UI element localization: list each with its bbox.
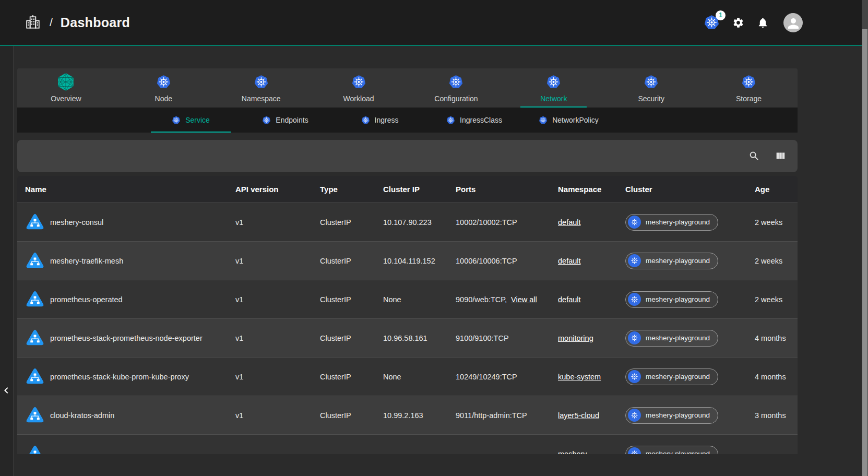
subtab-label: Service	[185, 116, 210, 124]
meshery-icon	[56, 73, 75, 91]
table-toolbar	[17, 140, 798, 172]
namespace-link[interactable]: default	[558, 218, 581, 227]
kubernetes-icon	[628, 293, 641, 306]
cell-cluster-ip: None	[383, 295, 456, 304]
table-row-meshery-consul[interactable]: meshery-consul v1 ClusterIP 10.107.90.22…	[17, 203, 798, 241]
cell-age: 2 weeks	[755, 218, 798, 227]
cluster-chip[interactable]: meshery-playground	[625, 330, 718, 347]
cell-namespace: default	[558, 218, 625, 227]
tab-label: Network	[540, 94, 567, 103]
cluster-chip[interactable]: meshery-playground	[625, 446, 718, 455]
service-name: prometheus-stack-kube-prom-kube-proxy	[50, 373, 189, 381]
cell-ports: 9100/9100:TCP	[456, 334, 558, 342]
subtab-service[interactable]: Service	[144, 108, 238, 133]
view-columns-button[interactable]	[775, 150, 786, 162]
service-name: meshery-consul	[50, 218, 103, 227]
namespace-link[interactable]: monitoring	[558, 334, 593, 342]
tab-network[interactable]: Network	[505, 68, 602, 108]
cell-cluster: meshery-playground	[625, 214, 755, 231]
subtab-label: Endpoints	[276, 116, 308, 124]
notifications-button[interactable]	[757, 17, 769, 29]
subtab-label: Ingress	[375, 116, 399, 124]
cell-ports: 10002/10002:TCP	[456, 218, 558, 227]
service-icon	[25, 212, 45, 232]
cell-type: ClusterIP	[320, 257, 383, 265]
cell-cluster: meshery-playground	[625, 446, 755, 455]
column-header-api-version: API version	[235, 185, 320, 194]
tab-label: Workload	[343, 94, 374, 103]
service-icon	[25, 444, 45, 455]
cell-type: ClusterIP	[320, 411, 383, 420]
tab-label: Overview	[51, 94, 81, 103]
cluster-chip[interactable]: meshery-playground	[625, 291, 718, 308]
subtab-label: IngressClass	[460, 116, 502, 124]
table-row-prometheus-stack-prometheus-node-exporter[interactable]: prometheus-stack-prometheus-node-exporte…	[17, 318, 798, 357]
kubernetes-icon	[628, 447, 641, 454]
column-header-ports: Ports	[456, 185, 558, 194]
scrollbar-thumb[interactable]	[862, 29, 867, 476]
service-icon	[25, 251, 45, 271]
cell-api-version: v1	[235, 373, 320, 381]
namespace-link[interactable]: meshery	[558, 450, 587, 455]
subtab-ingressclass[interactable]: IngressClass	[427, 108, 521, 133]
kubernetes-icon	[361, 116, 370, 125]
services-table: NameAPI versionTypeCluster IPPortsNamesp…	[17, 176, 798, 454]
kubernetes-context-button[interactable]: 1	[704, 15, 720, 31]
namespace-link[interactable]: kube-system	[558, 373, 601, 381]
service-name: meshery-traefik-mesh	[50, 257, 123, 265]
namespace-link[interactable]: layer5-cloud	[558, 411, 599, 420]
table-row-meshery-traefik-mesh[interactable]: meshery-traefik-mesh v1 ClusterIP 10.104…	[17, 241, 798, 280]
cluster-chip[interactable]: meshery-playground	[625, 368, 718, 385]
column-header-type: Type	[320, 185, 383, 194]
cell-cluster: meshery-playground	[625, 253, 755, 269]
cell-age: 3 months	[755, 411, 798, 420]
page-title: Dashboard	[61, 15, 130, 30]
user-avatar[interactable]	[783, 13, 803, 32]
sidebar-collapse-button[interactable]	[0, 383, 13, 398]
table-row-prometheus-stack-kube-prom-kube-proxy[interactable]: prometheus-stack-kube-prom-kube-proxy v1…	[17, 357, 798, 396]
kubernetes-icon	[448, 73, 463, 91]
cell-cluster: meshery-playground	[625, 407, 755, 424]
cluster-chip[interactable]: meshery-playground	[625, 253, 718, 269]
cell-namespace: layer5-cloud	[558, 411, 625, 420]
collapsed-sidebar-strip	[0, 46, 14, 476]
column-header-name: Name	[25, 185, 235, 194]
page-scrollbar[interactable]	[862, 0, 868, 476]
tab-configuration[interactable]: Configuration	[408, 68, 505, 108]
cell-namespace: meshery	[558, 450, 625, 455]
tab-node[interactable]: Node	[115, 68, 212, 108]
view-columns-icon	[775, 150, 786, 162]
table-row-prometheus-operated[interactable]: prometheus-operated v1 ClusterIP None 90…	[17, 280, 798, 318]
subtab-endpoints[interactable]: Endpoints	[238, 108, 332, 133]
service-name: cloud-kratos-admin	[50, 411, 114, 420]
subtab-networkpolicy[interactable]: NetworkPolicy	[521, 108, 616, 133]
organization-building-icon[interactable]	[25, 15, 41, 30]
header-actions: 1	[704, 13, 803, 32]
cluster-chip[interactable]: meshery-playground	[625, 214, 718, 231]
tab-overview[interactable]: Overview	[17, 68, 115, 108]
namespace-link[interactable]: default	[558, 257, 581, 265]
cell-api-version: v1	[235, 218, 320, 227]
search-icon	[748, 150, 760, 162]
tab-security[interactable]: Security	[602, 68, 700, 108]
gear-icon	[732, 17, 744, 29]
table-row-cloud-kratos-admin[interactable]: cloud-kratos-admin v1 ClusterIP 10.99.2.…	[17, 396, 798, 434]
view-all-ports-link[interactable]: View all	[511, 295, 537, 304]
tab-namespace[interactable]: Namespace	[212, 68, 310, 108]
kubernetes-icon	[254, 73, 269, 91]
cell-age: 2 weeks	[755, 257, 798, 265]
cell-ports: 10006/10006:TCP	[456, 257, 558, 265]
subtab-ingress[interactable]: Ingress	[332, 108, 427, 133]
cluster-chip[interactable]: meshery-playground	[625, 407, 718, 424]
search-button[interactable]	[748, 150, 760, 162]
cell-namespace: default	[558, 257, 625, 265]
namespace-link[interactable]: default	[558, 295, 581, 304]
cell-cluster: meshery-playground	[625, 291, 755, 308]
kubernetes-icon	[351, 73, 366, 91]
table-row-partial[interactable]: meshery meshery-playground	[17, 434, 798, 454]
settings-button[interactable]	[732, 17, 744, 29]
tab-workload[interactable]: Workload	[310, 68, 408, 108]
cell-api-version: v1	[235, 334, 320, 342]
table-body: meshery-consul v1 ClusterIP 10.107.90.22…	[17, 203, 798, 454]
tab-storage[interactable]: Storage	[700, 68, 798, 108]
